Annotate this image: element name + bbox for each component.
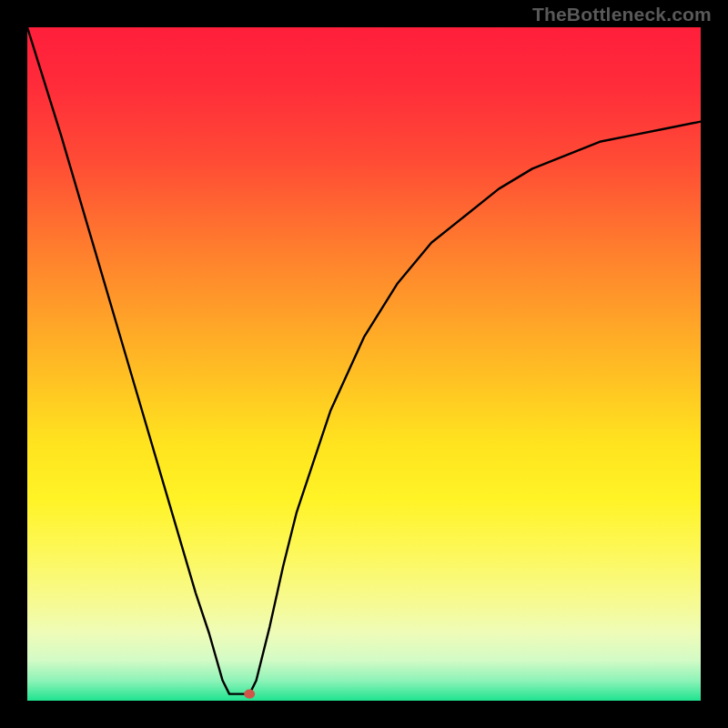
marker-dot bbox=[244, 690, 255, 699]
watermark-text: TheBottleneck.com bbox=[532, 4, 712, 25]
plot-area bbox=[27, 27, 701, 701]
plot-svg bbox=[27, 27, 701, 701]
chart-frame: TheBottleneck.com bbox=[0, 0, 728, 728]
bottleneck-curve bbox=[27, 27, 701, 694]
